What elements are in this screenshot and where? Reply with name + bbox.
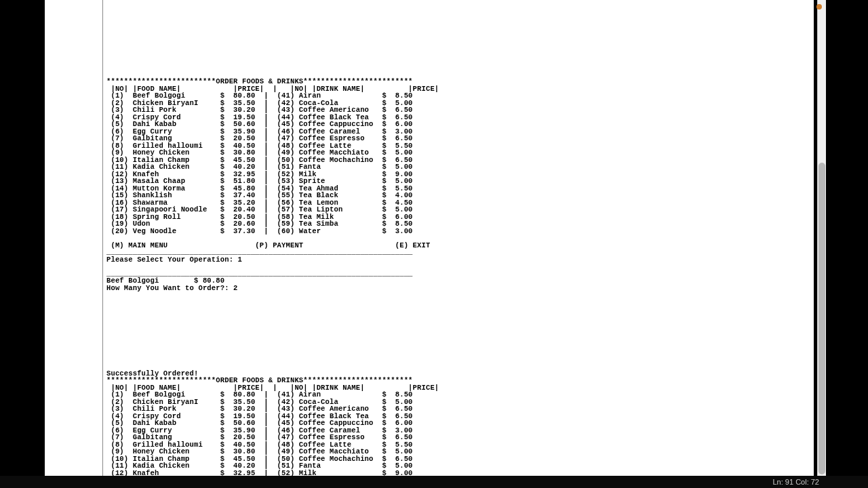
window-control-dot[interactable] xyxy=(816,4,822,9)
status-bar: Ln: 91 Col: 72 xyxy=(0,476,868,488)
scrollbar-thumb[interactable] xyxy=(818,163,825,474)
terminal-output: *************************ORDER FOODS & D… xyxy=(106,78,439,476)
cursor-position: Ln: 91 Col: 72 xyxy=(773,478,820,486)
scrollbar-track[interactable] xyxy=(817,0,826,476)
editor-pane: *************************ORDER FOODS & D… xyxy=(45,0,814,476)
gutter-border xyxy=(102,0,103,476)
